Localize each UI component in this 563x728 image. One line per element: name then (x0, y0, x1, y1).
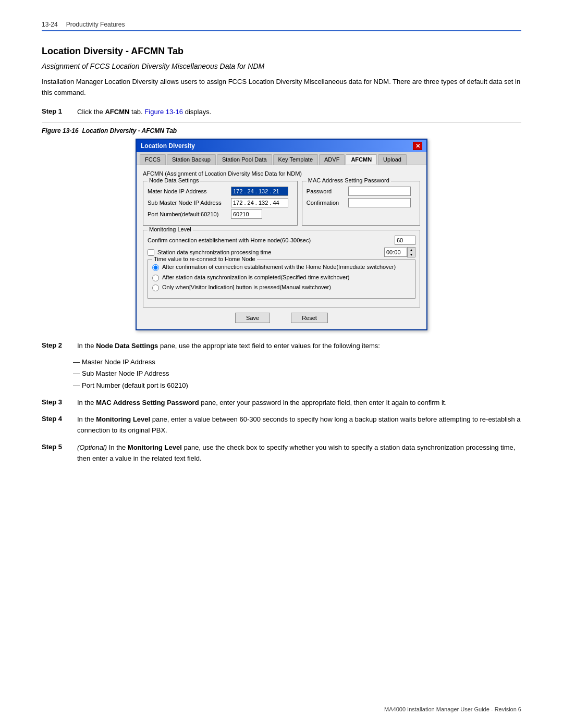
step2-content: In the Node Data Settings pane, use the … (77, 341, 521, 352)
step5-label: Step 5 (42, 442, 73, 451)
tab-upload[interactable]: Upload (378, 154, 407, 165)
confirmation-row: Confirmation (307, 198, 415, 207)
sub-master-node-row: Sub Master Node IP Address (148, 198, 293, 207)
figure-divider (42, 122, 521, 123)
mater-node-input[interactable] (231, 187, 288, 196)
mater-node-row: Mater Node IP Address (148, 187, 293, 196)
tab-advf[interactable]: ADVF (319, 154, 345, 165)
dialog-tabs: FCCS Station Backup Station Pool Data Ke… (137, 152, 426, 165)
step2-item-1: Master Node IP Address (73, 356, 521, 368)
step1-label: Step 1 (42, 107, 73, 115)
confirmation-input[interactable] (348, 198, 411, 207)
reset-button[interactable]: Reset (291, 313, 328, 323)
step2-item-2: Sub Master Node IP Address (73, 368, 521, 379)
password-input[interactable] (348, 187, 411, 196)
section-title: Location Diversity - AFCMN Tab (42, 46, 521, 57)
mac-address-inner: Password Confirmation (307, 187, 415, 207)
step3-block: Step 3 In the MAC Address Setting Passwo… (42, 398, 521, 409)
step2-label: Step 2 (42, 341, 73, 349)
confirm-connection-label: Confirm connection establishement with H… (148, 237, 395, 243)
dialog-close-button[interactable]: ✕ (413, 142, 422, 150)
page-footer: MA4000 Installation Manager User Guide -… (384, 706, 521, 712)
time-input[interactable] (384, 248, 407, 257)
step5-optional: (Optional) (77, 443, 107, 451)
reconnect-inner: After confirmation of connection establi… (152, 263, 411, 291)
step4-block: Step 4 In the Monitoring Level pane, ent… (42, 414, 521, 436)
radio-manual[interactable] (152, 285, 159, 291)
confirm-connection-row: Confirm connection establishement with H… (148, 236, 415, 245)
step4-label: Step 4 (42, 414, 73, 423)
step4-row: Step 4 In the Monitoring Level pane, ent… (42, 414, 521, 436)
figure-link[interactable]: Figure 13-16 (144, 108, 183, 116)
figure-container: Location Diversity ✕ FCCS Station Backup… (42, 139, 521, 330)
step5-bold: Monitoring Level (128, 443, 182, 451)
mac-address-group: MAC Address Setting Password Password Co… (302, 181, 420, 226)
dialog-buttons: Save Reset (143, 313, 420, 323)
step2-row: Step 2 In the Node Data Settings pane, u… (42, 341, 521, 352)
confirmation-label: Confirmation (307, 200, 348, 206)
step1-content: Click the AFCMN tab. Figure 13-16 displa… (77, 107, 521, 118)
step4-content: In the Monitoring Level pane, enter a va… (77, 414, 521, 436)
mac-address-title: MAC Address Setting Password (307, 177, 391, 183)
confirm-connection-input[interactable] (395, 236, 415, 245)
step2-item-3: Port Number (default port is 60210) (73, 380, 521, 391)
radio-specified-time-label: After station data synchronization is co… (162, 274, 350, 281)
time-input-container: ▲ ▼ (384, 247, 415, 257)
tab-fccs[interactable]: FCCS (140, 154, 166, 165)
reconnect-group-title: Time value to re-connect to Home Node (152, 256, 257, 262)
steps-section: Step 2 In the Node Data Settings pane, u… (42, 341, 521, 464)
tab-afcmn[interactable]: AFCMN (346, 154, 377, 165)
monitoring-inner: Confirm connection establishement with H… (148, 236, 415, 298)
time-spin-up[interactable]: ▲ (408, 248, 415, 252)
node-data-group: Node Data Settings Mater Node IP Address… (143, 181, 298, 226)
node-data-inner: Mater Node IP Address Sub Master Node IP… (148, 187, 293, 219)
section-subtitle: Assignment of FCCS Location Diversity Mi… (42, 62, 521, 70)
sync-processing-checkbox[interactable] (148, 249, 154, 256)
monitoring-group-title: Monitoring Level (148, 226, 193, 232)
dialog-section-label: AFCMN (Assignment of Location Diversity … (143, 170, 420, 177)
section-body: Installation Manager Location Diversity … (42, 77, 521, 98)
radio-row-2: Only when[Visitor Indication] button is … (152, 283, 411, 291)
time-spin: ▲ ▼ (407, 247, 415, 257)
step5-block: Step 5 (Optional) In the Monitoring Leve… (42, 442, 521, 464)
tab-station-pool-data[interactable]: Station Pool Data (217, 154, 272, 165)
step2-list: Master Node IP Address Sub Master Node I… (73, 356, 521, 391)
reconnect-group: Time value to re-connect to Home Node Af… (148, 260, 415, 298)
password-label: Password (307, 188, 348, 194)
sub-master-node-label: Sub Master Node IP Address (148, 200, 231, 206)
location-diversity-dialog: Location Diversity ✕ FCCS Station Backup… (136, 139, 427, 330)
radio-immediate-label: After confirmation of connection establi… (162, 263, 396, 271)
step1-bold: AFCMN (105, 108, 129, 116)
dialog-body: AFCMN (Assignment of Location Diversity … (137, 165, 426, 329)
radio-immediate[interactable] (152, 264, 159, 271)
step2-block: Step 2 In the Node Data Settings pane, u… (42, 341, 521, 391)
tab-station-backup[interactable]: Station Backup (167, 154, 216, 165)
password-row: Password (307, 187, 415, 196)
monitoring-group: Monitoring Level Confirm connection esta… (143, 230, 420, 307)
radio-row-0: After confirmation of connection establi… (152, 263, 411, 271)
port-number-label: Port Number(default:60210) (148, 211, 231, 217)
step4-bold: Monitoring Level (96, 415, 150, 423)
time-spin-down[interactable]: ▼ (408, 252, 415, 257)
step3-label: Step 3 (42, 398, 73, 406)
step5-row: Step 5 (Optional) In the Monitoring Leve… (42, 442, 521, 464)
step3-content: In the MAC Address Setting Password pane… (77, 398, 521, 409)
step3-bold: MAC Address Setting Password (96, 399, 199, 406)
step5-content: (Optional) In the Monitoring Level pane,… (77, 442, 521, 464)
save-button[interactable]: Save (235, 313, 270, 323)
radio-manual-label: Only when[Visitor Indication] button is … (162, 283, 331, 291)
port-number-row: Port Number(default:60210) (148, 209, 293, 219)
radio-row-1: After station data synchronization is co… (152, 274, 411, 281)
tab-key-template[interactable]: Key Template (273, 154, 318, 165)
step2-bold: Node Data Settings (96, 342, 158, 350)
dialog-title: Location Diversity (141, 142, 195, 150)
radio-specified-time[interactable] (152, 275, 159, 281)
header-title: Productivity Features (66, 21, 125, 28)
sync-processing-label: Station data synchronization processing … (157, 249, 384, 255)
sub-master-node-input[interactable] (231, 198, 288, 207)
node-data-title: Node Data Settings (148, 177, 200, 183)
step1-row: Step 1 Click the AFCMN tab. Figure 13-16… (42, 107, 521, 118)
two-groups: Node Data Settings Mater Node IP Address… (143, 181, 420, 230)
mater-node-label: Mater Node IP Address (148, 188, 231, 194)
port-number-input[interactable] (231, 209, 262, 219)
